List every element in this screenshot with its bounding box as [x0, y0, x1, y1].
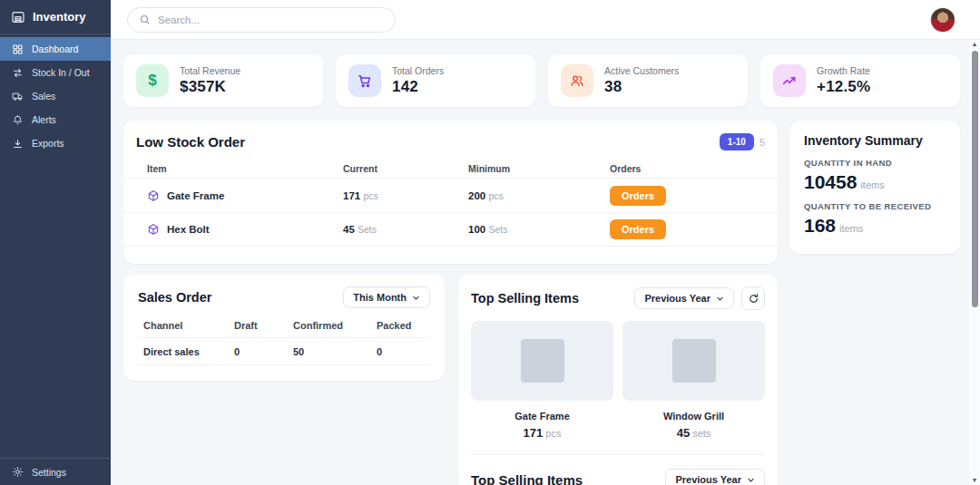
top-selling-panel: Top Selling Items Previous Year	[458, 275, 778, 485]
top-selling-filter-dropdown[interactable]: Previous Year	[634, 287, 734, 309]
sales-order-filter-dropdown[interactable]: This Month	[343, 286, 430, 308]
row-low-stock: Low Stock Order 1-10 5 Item Current Mini…	[123, 121, 960, 264]
refresh-button[interactable]	[741, 286, 765, 310]
stock-in-out-icon	[12, 67, 24, 79]
sales-order-table-header: Channel Draft Confirmed Packed	[138, 314, 430, 337]
sidebar-item-dashboard[interactable]: Dashboard	[0, 37, 111, 61]
dollar-icon: $	[136, 64, 169, 97]
stat-card-growth-rate: Growth Rate +12.5%	[760, 54, 960, 107]
top-selling-title: Top Selling Items	[471, 291, 579, 306]
sidebar: Inventory Dashboard Stock In / Out	[0, 0, 111, 485]
stat-value: $357K	[180, 78, 240, 96]
inventory-summary-title: Inventory Summary	[804, 133, 946, 148]
download-icon	[12, 138, 24, 150]
product-unit: sets	[692, 428, 710, 439]
user-avatar[interactable]	[931, 8, 955, 32]
page-next-label: 5	[760, 137, 765, 148]
col-packed: Packed	[377, 320, 425, 331]
sidebar-item-label: Exports	[32, 138, 64, 149]
product-card: Window Grill 45sets	[622, 321, 765, 440]
col-confirmed: Confirmed	[293, 320, 377, 331]
customers-icon	[561, 64, 593, 97]
orders-button[interactable]: Orders	[610, 219, 666, 239]
refresh-icon	[748, 293, 760, 305]
bell-icon	[12, 114, 24, 126]
sidebar-item-exports[interactable]: Exports	[0, 131, 111, 155]
dashboard-icon	[12, 44, 24, 55]
scroll-up-arrow[interactable]: ▲	[972, 40, 978, 48]
metric-value: 10458items	[804, 171, 946, 193]
minimum-qty: 100	[468, 224, 485, 235]
stat-value: +12.5%	[817, 78, 870, 96]
current-unit: pcs	[363, 190, 377, 201]
dashboard-content: $ Total Revenue $357K Total Orders 142	[111, 40, 980, 485]
confirmed-count: 50	[293, 346, 377, 357]
package-icon	[147, 189, 160, 202]
channel-name: Direct sales	[143, 346, 234, 357]
chevron-down-icon	[716, 295, 724, 303]
page-range-badge[interactable]: 1-10	[720, 133, 754, 150]
sidebar-item-label: Stock In / Out	[32, 67, 90, 78]
brand-label: Inventory	[33, 10, 86, 24]
product-unit: pcs	[545, 428, 561, 439]
stat-label: Total Revenue	[180, 65, 240, 76]
sidebar-item-settings[interactable]: Settings	[0, 459, 111, 485]
row-sales-topselling: Sales Order This Month Channel Draft Con…	[123, 275, 960, 485]
current-unit: Sets	[358, 224, 377, 235]
item-name: Gate Frame	[167, 190, 224, 201]
product-qty: 45sets	[622, 426, 765, 440]
item-name: Hex Bolt	[167, 224, 210, 235]
sidebar-item-label: Sales	[32, 91, 55, 102]
sidebar-item-sales[interactable]: Sales	[0, 84, 111, 108]
stat-card-total-orders: Total Orders 142	[336, 54, 535, 107]
metric-label: QUANTITY IN HAND	[804, 158, 946, 168]
stat-label: Total Orders	[392, 65, 444, 76]
stat-value: 38	[604, 78, 679, 96]
brand: Inventory	[0, 0, 111, 34]
col-item: Item	[147, 156, 343, 174]
search-input[interactable]	[158, 15, 384, 25]
vertical-scrollbar: ▲ ▼	[969, 40, 980, 485]
metric-unit: items	[839, 223, 863, 234]
col-draft: Draft	[234, 320, 293, 331]
product-qty: 171pcs	[471, 426, 613, 440]
main-area: $ Total Revenue $357K Total Orders 142	[111, 0, 980, 485]
packed-count: 0	[377, 346, 425, 357]
search-box[interactable]	[127, 7, 396, 33]
minimum-unit: pcs	[488, 190, 503, 201]
inventory-summary-panel: Inventory Summary QUANTITY IN HAND 10458…	[789, 121, 960, 254]
col-current: Current	[343, 156, 468, 174]
metric-label: QUANTITY TO BE RECEIVED	[804, 201, 946, 211]
current-qty: 45	[343, 224, 355, 235]
low-stock-panel: Low Stock Order 1-10 5 Item Current Mini…	[123, 121, 778, 264]
col-orders: Orders	[610, 156, 765, 174]
product-image-placeholder	[471, 321, 613, 401]
sidebar-footer: Settings	[0, 458, 111, 485]
low-stock-title: Low Stock Order	[136, 134, 245, 150]
product-image-placeholder	[622, 321, 765, 401]
current-qty: 171	[343, 190, 360, 201]
stat-cards-row: $ Total Revenue $357K Total Orders 142	[123, 54, 960, 107]
top-selling-second-filter-dropdown[interactable]: Previous Year	[665, 469, 765, 485]
sidebar-item-stock-in-out[interactable]: Stock In / Out	[0, 61, 111, 84]
product-name: Window Grill	[622, 411, 765, 422]
scrollbar-thumb[interactable]	[972, 51, 978, 307]
sidebar-item-label: Settings	[32, 467, 66, 478]
sidebar-item-label: Dashboard	[32, 44, 78, 54]
sidebar-item-alerts[interactable]: Alerts	[0, 108, 111, 131]
package-icon	[147, 223, 160, 236]
draft-count: 0	[234, 346, 293, 357]
orders-button[interactable]: Orders	[610, 186, 666, 206]
cart-icon	[348, 64, 381, 97]
table-row: Gate Frame 171 pcs 200 pcs Orders	[123, 178, 778, 212]
stat-card-total-revenue: $ Total Revenue $357K	[123, 54, 323, 107]
warehouse-logo-icon	[11, 10, 25, 24]
minimum-qty: 200	[468, 190, 485, 201]
topbar	[111, 0, 980, 40]
product-card: Gate Frame 171pcs	[471, 321, 613, 440]
scroll-down-arrow[interactable]: ▼	[972, 476, 978, 484]
gear-icon	[12, 466, 24, 478]
trend-up-icon	[773, 64, 806, 97]
product-name: Gate Frame	[471, 411, 613, 422]
table-row: Hex Bolt 45 Sets 100 Sets Orders	[123, 212, 778, 247]
